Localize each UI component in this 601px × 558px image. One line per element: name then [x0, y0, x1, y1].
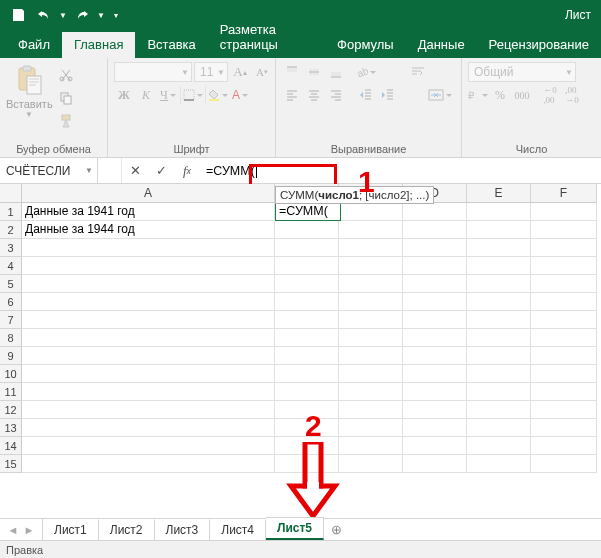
- cell[interactable]: [531, 275, 597, 293]
- format-painter-button[interactable]: [56, 111, 76, 131]
- cell[interactable]: [403, 329, 467, 347]
- cell[interactable]: [403, 239, 467, 257]
- decrease-indent-button[interactable]: [356, 85, 376, 105]
- cell[interactable]: [403, 419, 467, 437]
- cell[interactable]: [22, 311, 275, 329]
- sheet-tab[interactable]: Лист3: [155, 519, 211, 540]
- cell[interactable]: [531, 239, 597, 257]
- cell[interactable]: [467, 257, 531, 275]
- cell[interactable]: [275, 383, 339, 401]
- accounting-format-button[interactable]: ₽: [468, 85, 488, 105]
- undo-dropdown-icon[interactable]: ▼: [58, 3, 68, 27]
- cell[interactable]: [531, 221, 597, 239]
- cell[interactable]: [467, 293, 531, 311]
- cut-button[interactable]: [56, 65, 76, 85]
- increase-decimal-button[interactable]: ←0,00: [540, 85, 560, 105]
- border-button[interactable]: [183, 85, 203, 105]
- cell[interactable]: [339, 455, 403, 473]
- cell[interactable]: Данные за 1941 год: [22, 203, 275, 221]
- font-name-combo[interactable]: ▼: [114, 62, 192, 82]
- cell[interactable]: [531, 329, 597, 347]
- number-format-combo[interactable]: Общий▼: [468, 62, 576, 82]
- row-header[interactable]: 11: [0, 383, 22, 401]
- fill-color-button[interactable]: [208, 85, 228, 105]
- cell[interactable]: [467, 455, 531, 473]
- cell[interactable]: [403, 257, 467, 275]
- copy-button[interactable]: [56, 88, 76, 108]
- row-header[interactable]: 1: [0, 203, 22, 221]
- cell[interactable]: [403, 293, 467, 311]
- row-header[interactable]: 7: [0, 311, 22, 329]
- formula-bar-input[interactable]: =СУММ(: [200, 158, 601, 183]
- enter-formula-button[interactable]: ✓: [148, 163, 174, 178]
- merge-button[interactable]: [412, 85, 468, 105]
- cell[interactable]: [531, 293, 597, 311]
- cell[interactable]: [467, 365, 531, 383]
- cell[interactable]: [467, 221, 531, 239]
- tab-review[interactable]: Рецензирование: [477, 32, 601, 58]
- cell[interactable]: [339, 257, 403, 275]
- select-all-corner[interactable]: [0, 184, 22, 203]
- decrease-decimal-button[interactable]: ,00→0: [562, 85, 582, 105]
- cell[interactable]: [22, 257, 275, 275]
- cell[interactable]: Данные за 1944 год: [22, 221, 275, 239]
- cell[interactable]: [467, 329, 531, 347]
- insert-function-button[interactable]: fx: [174, 163, 200, 179]
- row-header[interactable]: 5: [0, 275, 22, 293]
- tab-file[interactable]: Файл: [6, 32, 62, 58]
- cell[interactable]: [275, 257, 339, 275]
- cell[interactable]: [531, 311, 597, 329]
- column-header[interactable]: E: [467, 184, 531, 203]
- increase-indent-button[interactable]: [378, 85, 398, 105]
- cell[interactable]: [531, 437, 597, 455]
- row-header[interactable]: 6: [0, 293, 22, 311]
- cell[interactable]: [339, 383, 403, 401]
- cell[interactable]: [403, 221, 467, 239]
- spreadsheet-grid[interactable]: ABCDEF 123456789101112131415 Данные за 1…: [0, 184, 601, 486]
- cell[interactable]: [531, 365, 597, 383]
- increase-font-button[interactable]: A▴: [230, 62, 250, 82]
- row-header[interactable]: 3: [0, 239, 22, 257]
- column-header[interactable]: A: [22, 184, 275, 203]
- percent-button[interactable]: %: [490, 85, 510, 105]
- comma-style-button[interactable]: 000: [512, 85, 532, 105]
- cell[interactable]: [339, 311, 403, 329]
- cell[interactable]: [339, 401, 403, 419]
- cell[interactable]: [22, 275, 275, 293]
- cell[interactable]: [467, 437, 531, 455]
- cell-editing[interactable]: =СУММ(: [276, 203, 339, 220]
- cell[interactable]: [531, 419, 597, 437]
- cell[interactable]: [275, 365, 339, 383]
- row-header[interactable]: 10: [0, 365, 22, 383]
- cell[interactable]: [403, 455, 467, 473]
- cell[interactable]: [339, 203, 403, 221]
- font-size-combo[interactable]: 11▼: [194, 62, 228, 82]
- cell[interactable]: [275, 275, 339, 293]
- cell[interactable]: [531, 257, 597, 275]
- undo-icon[interactable]: [32, 3, 56, 27]
- cell[interactable]: [275, 239, 339, 257]
- row-header[interactable]: 9: [0, 347, 22, 365]
- cell[interactable]: [467, 401, 531, 419]
- align-left-button[interactable]: [282, 85, 302, 105]
- tab-home[interactable]: Главная: [62, 32, 135, 58]
- cell[interactable]: [531, 401, 597, 419]
- row-header[interactable]: 4: [0, 257, 22, 275]
- cell[interactable]: [339, 365, 403, 383]
- column-header[interactable]: F: [531, 184, 597, 203]
- redo-icon[interactable]: [70, 3, 94, 27]
- wrap-text-button[interactable]: [390, 62, 446, 82]
- cell[interactable]: [467, 275, 531, 293]
- cell[interactable]: [339, 275, 403, 293]
- cell[interactable]: [22, 419, 275, 437]
- align-center-button[interactable]: [304, 85, 324, 105]
- tab-insert[interactable]: Вставка: [135, 32, 207, 58]
- cell[interactable]: [403, 365, 467, 383]
- align-middle-button[interactable]: [304, 62, 324, 82]
- align-top-button[interactable]: [282, 62, 302, 82]
- cell[interactable]: [467, 239, 531, 257]
- tab-pagelayout[interactable]: Разметка страницы: [208, 17, 325, 58]
- cell[interactable]: [22, 239, 275, 257]
- redo-dropdown-icon[interactable]: ▼: [96, 3, 106, 27]
- cell[interactable]: [275, 329, 339, 347]
